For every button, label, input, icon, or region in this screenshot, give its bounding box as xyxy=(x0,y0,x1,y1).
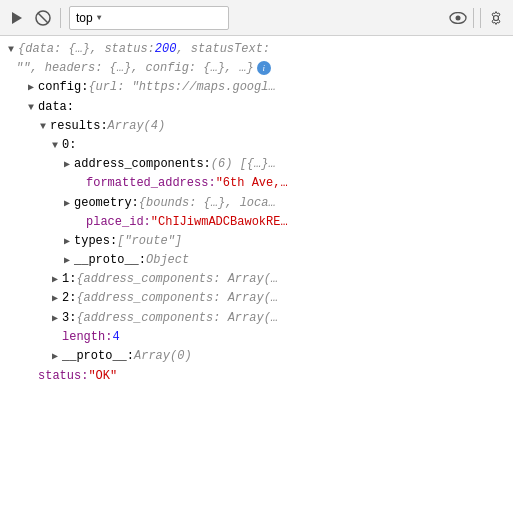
toolbar: top ▼ xyxy=(0,0,513,36)
results-row[interactable]: ▼ results: Array(4) xyxy=(8,117,505,136)
status-value: 200 xyxy=(155,40,177,59)
item1-row[interactable]: ▶ 1: {address_components: Array(… xyxy=(8,270,505,289)
proto-row[interactable]: ▶ __proto__: Object xyxy=(8,251,505,270)
svg-point-4 xyxy=(456,15,461,20)
item2-row[interactable]: ▶ 2: {address_components: Array(… xyxy=(8,289,505,308)
gear-icon[interactable] xyxy=(487,9,505,27)
devtools-content: ▼ {data: {…}, status: 200, statusText: "… xyxy=(0,36,513,531)
play-icon[interactable] xyxy=(8,9,26,27)
types-row[interactable]: ▶ types: ["route"] xyxy=(8,232,505,251)
divider-2 xyxy=(473,8,474,28)
info-icon[interactable]: i xyxy=(257,61,271,75)
status-row: status: "OK" xyxy=(8,367,505,386)
types-expand-arrow[interactable]: ▶ xyxy=(64,234,74,250)
svg-line-2 xyxy=(38,13,48,23)
item2-expand-arrow[interactable]: ▶ xyxy=(52,291,62,307)
address-components-row[interactable]: ▶ address_components: (6) [{…}… xyxy=(8,155,505,174)
data-collapse-arrow[interactable]: ▼ xyxy=(28,100,38,116)
item0-collapse-arrow[interactable]: ▼ xyxy=(52,138,62,154)
frame-selector[interactable]: top ▼ xyxy=(69,6,229,30)
root-object-row2[interactable]: "", headers: {…}, config: {…}, …} i xyxy=(8,59,505,78)
formatted-address-row[interactable]: formatted_address: "6th Ave,… xyxy=(8,174,505,193)
stop-icon[interactable] xyxy=(34,9,52,27)
geometry-row[interactable]: ▶ geometry: {bounds: {…}, loca… xyxy=(8,194,505,213)
dropdown-arrow-icon: ▼ xyxy=(97,13,102,22)
proto2-expand-arrow[interactable]: ▶ xyxy=(52,349,62,365)
item3-expand-arrow[interactable]: ▶ xyxy=(52,311,62,327)
item0-row[interactable]: ▼ 0: xyxy=(8,136,505,155)
divider-3 xyxy=(480,8,481,28)
address-expand-arrow[interactable]: ▶ xyxy=(64,157,74,173)
geometry-expand-arrow[interactable]: ▶ xyxy=(64,196,74,212)
toolbar-right xyxy=(449,8,505,28)
place-id-row[interactable]: place_id: "ChIJiwmADCBawokRE… xyxy=(8,213,505,232)
data-row[interactable]: ▼ data: xyxy=(8,98,505,117)
divider-1 xyxy=(60,8,61,28)
config-expand-arrow[interactable]: ▶ xyxy=(28,80,38,96)
proto-expand-arrow[interactable]: ▶ xyxy=(64,253,74,269)
svg-marker-0 xyxy=(12,12,22,24)
root-collapse-arrow[interactable]: ▼ xyxy=(8,42,18,58)
eye-icon[interactable] xyxy=(449,9,467,27)
svg-point-5 xyxy=(494,15,499,20)
length-row: length: 4 xyxy=(8,328,505,347)
config-row[interactable]: ▶ config: {url: "https://maps.googl… xyxy=(8,78,505,97)
frame-label: top xyxy=(76,11,93,25)
results-collapse-arrow[interactable]: ▼ xyxy=(40,119,50,135)
item3-row[interactable]: ▶ 3: {address_components: Array(… xyxy=(8,309,505,328)
proto2-row[interactable]: ▶ __proto__: Array(0) xyxy=(8,347,505,366)
item1-expand-arrow[interactable]: ▶ xyxy=(52,272,62,288)
root-object-row[interactable]: ▼ {data: {…}, status: 200, statusText: xyxy=(8,40,505,59)
